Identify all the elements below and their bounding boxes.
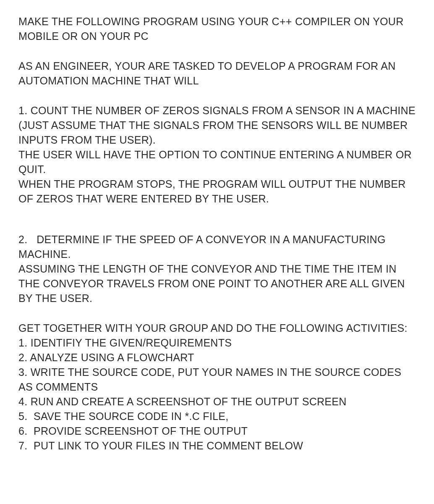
task-1-note: (JUST ASSUME THAT THE SIGNALS FROM THE S… xyxy=(18,118,416,147)
task-2-heading: 2. DETERMINE IF THE SPEED OF A CONVEYOR … xyxy=(18,232,416,262)
activity-item: 1. IDENTIFIY THE GIVEN/REQUIREMENTS xyxy=(18,336,416,350)
activity-item: 5. SAVE THE SOURCE CODE IN *.C FILE, xyxy=(18,409,416,424)
activity-item: 3. WRITE THE SOURCE CODE, PUT YOUR NAMES… xyxy=(18,365,416,394)
task-1-heading: 1. COUNT THE NUMBER OF ZEROS SIGNALS FRO… xyxy=(18,103,416,118)
task-2-block: 2. DETERMINE IF THE SPEED OF A CONVEYOR … xyxy=(18,232,416,306)
text-line: AS AN ENGINEER, YOUR ARE TASKED TO DEVEL… xyxy=(18,59,416,88)
task-1-line-2: WHEN THE PROGRAM STOPS, THE PROGRAM WILL… xyxy=(18,177,416,206)
activity-item: 2. ANALYZE USING A FLOWCHART xyxy=(18,350,416,365)
activity-item: 7. PUT LINK TO YOUR FILES IN THE COMMENT… xyxy=(18,438,416,453)
intro-paragraph-1: MAKE THE FOLLOWING PROGRAM USING YOUR C+… xyxy=(18,14,416,44)
task-1-block: 1. COUNT THE NUMBER OF ZEROS SIGNALS FRO… xyxy=(18,103,416,206)
task-1-line-1: THE USER WILL HAVE THE OPTION TO CONTINU… xyxy=(18,147,416,177)
activities-block: GET TOGETHER WITH YOUR GROUP AND DO THE … xyxy=(18,321,416,453)
activities-header: GET TOGETHER WITH YOUR GROUP AND DO THE … xyxy=(18,321,416,336)
activity-item: 4. RUN AND CREATE A SCREENSHOT OF THE OU… xyxy=(18,394,416,409)
task-2-detail: ASSUMING THE LENGTH OF THE CONVEYOR AND … xyxy=(18,262,416,306)
intro-paragraph-2: AS AN ENGINEER, YOUR ARE TASKED TO DEVEL… xyxy=(18,59,416,88)
activity-item: 6. PROVIDE SCREENSHOT OF THE OUTPUT xyxy=(18,424,416,438)
text-line: MAKE THE FOLLOWING PROGRAM USING YOUR C+… xyxy=(18,14,416,44)
